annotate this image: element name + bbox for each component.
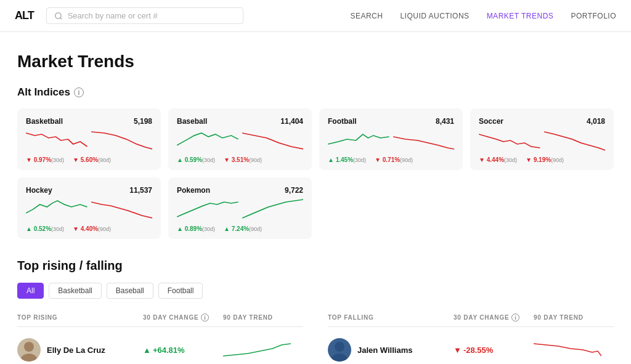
indices-grid-row2: Hockey 11,537 ▲ 0.52%(30d) ▼ 4.40%(90d) … bbox=[17, 177, 614, 239]
rising-trend-chart-1 bbox=[223, 339, 291, 361]
falling-col-label: TOP FALLING bbox=[328, 313, 454, 322]
svg-point-0 bbox=[55, 12, 60, 18]
rising-avatar-1 bbox=[17, 338, 41, 362]
header: ALT Search by name or cert # SEARCH LIQU… bbox=[0, 0, 631, 32]
stat-baseball-30d: ▲ 0.59%(30d) bbox=[177, 156, 215, 163]
filter-baseball[interactable]: Baseball bbox=[107, 283, 153, 299]
search-placeholder: Search by name or cert # bbox=[68, 11, 158, 20]
chart-football-90d bbox=[393, 127, 455, 153]
chart-basketball-30d bbox=[26, 127, 88, 153]
card-name-football: Football bbox=[328, 117, 357, 126]
chart-hockey-30d bbox=[26, 196, 88, 222]
card-value-basketball: 5,198 bbox=[134, 117, 152, 126]
alt-indices-label: Alt Indices bbox=[17, 86, 70, 99]
rising-player-info-1: Elly De La Cruz bbox=[17, 338, 143, 362]
rising-falling-grid: TOP RISING 30 DAY CHANGE i 90 DAY TREND … bbox=[17, 313, 614, 364]
search-icon bbox=[54, 12, 63, 20]
falling-player-name-1: Jalen Williams bbox=[357, 346, 412, 355]
empty-cell-2 bbox=[470, 177, 614, 239]
card-name-pokemon: Pokemon bbox=[177, 186, 210, 195]
stat-basketball-30d: ▼ 0.97%(30d) bbox=[26, 156, 64, 163]
card-name-hockey: Hockey bbox=[26, 186, 52, 195]
index-card-basketball[interactable]: Basketball 5,198 ▼ 0.97%(30d) ▼ 5.60%(90… bbox=[17, 108, 161, 170]
rising-change-val-1: ▲ +64.81% bbox=[143, 346, 223, 355]
card-value-soccer: 4,018 bbox=[587, 117, 605, 126]
filter-all[interactable]: All bbox=[17, 283, 44, 299]
filter-football[interactable]: Football bbox=[158, 283, 203, 299]
index-card-soccer[interactable]: Soccer 4,018 ▼ 4.44%(30d) ▼ 9.19%(90d) bbox=[470, 108, 614, 170]
stat-pokemon-90d: ▲ 7.24%(90d) bbox=[224, 225, 262, 232]
stat-soccer-90d: ▼ 9.19%(90d) bbox=[526, 156, 564, 163]
search-bar[interactable]: Search by name or cert # bbox=[46, 7, 243, 24]
svg-line-1 bbox=[60, 17, 62, 19]
stat-basketball-90d: ▼ 5.60%(90d) bbox=[73, 156, 111, 163]
falling-player-info-1: Jalen Williams bbox=[328, 338, 454, 362]
card-name-soccer: Soccer bbox=[479, 117, 503, 126]
card-name-basketball: Basketball bbox=[26, 117, 63, 126]
card-value-football: 8,431 bbox=[436, 117, 454, 126]
alt-indices-section-title: Alt Indices i bbox=[17, 86, 614, 99]
main-content: Market Trends Alt Indices i Basketball 5… bbox=[0, 32, 631, 364]
index-card-football[interactable]: Football 8,431 ▲ 1.45%(30d) ▼ 0.71%(90d) bbox=[319, 108, 463, 170]
alt-indices-info-icon[interactable]: i bbox=[74, 87, 84, 97]
falling-change-label: 30 DAY CHANGE i bbox=[454, 313, 534, 322]
empty-cell-1 bbox=[319, 177, 463, 239]
falling-col-header: TOP FALLING 30 DAY CHANGE i 90 DAY TREND bbox=[328, 313, 614, 327]
stat-football-30d: ▲ 1.45%(30d) bbox=[328, 156, 366, 163]
svg-point-6 bbox=[335, 342, 344, 352]
card-value-baseball: 11,404 bbox=[280, 117, 303, 126]
page-title: Market Trends bbox=[17, 52, 614, 71]
falling-trend-label: 90 DAY TREND bbox=[534, 313, 614, 322]
rising-col-label: TOP RISING bbox=[17, 313, 143, 322]
nav-market-trends[interactable]: MARKET TRENDS bbox=[487, 12, 554, 20]
chart-baseball-90d bbox=[242, 127, 304, 153]
stat-baseball-90d: ▼ 3.51%(90d) bbox=[224, 156, 262, 163]
chart-basketball-90d bbox=[91, 127, 153, 153]
rising-change-label: 30 DAY CHANGE i bbox=[143, 313, 223, 322]
card-value-pokemon: 9,722 bbox=[285, 186, 303, 195]
indices-grid-row1: Basketball 5,198 ▼ 0.97%(30d) ▼ 5.60%(90… bbox=[17, 108, 614, 170]
chart-baseball-30d bbox=[177, 127, 238, 153]
nav-search[interactable]: SEARCH bbox=[350, 12, 383, 20]
rising-col-header: TOP RISING 30 DAY CHANGE i 90 DAY TREND bbox=[17, 313, 303, 327]
index-card-pokemon[interactable]: Pokemon 9,722 ▲ 0.89%(30d) ▲ 7.24%(90d) bbox=[168, 177, 312, 239]
falling-change-val-1: ▼ -28.55% bbox=[454, 346, 534, 355]
index-card-baseball[interactable]: Baseball 11,404 ▲ 0.59%(30d) ▼ 3.51%(90d… bbox=[168, 108, 312, 170]
stat-hockey-30d: ▲ 0.52%(30d) bbox=[26, 225, 64, 232]
top-rising-falling-title: Top rising / falling bbox=[17, 259, 614, 273]
svg-point-7 bbox=[332, 354, 348, 362]
svg-point-2 bbox=[24, 342, 34, 352]
rising-player-name-1: Elly De La Cruz bbox=[47, 346, 105, 355]
chart-soccer-90d bbox=[544, 127, 606, 153]
chart-pokemon-30d bbox=[177, 196, 238, 222]
filter-tabs: All Basketball Baseball Football bbox=[17, 283, 614, 299]
index-card-hockey[interactable]: Hockey 11,537 ▲ 0.52%(30d) ▼ 4.40%(90d) bbox=[17, 177, 161, 239]
stat-hockey-90d: ▼ 4.40%(90d) bbox=[73, 225, 111, 232]
nav-portfolio[interactable]: PORTFOLIO bbox=[571, 12, 616, 20]
rising-trend-label: 90 DAY TREND bbox=[223, 313, 303, 322]
svg-point-3 bbox=[21, 354, 37, 362]
stat-pokemon-30d: ▲ 0.89%(30d) bbox=[177, 225, 215, 232]
top-rising-column: TOP RISING 30 DAY CHANGE i 90 DAY TREND … bbox=[17, 313, 303, 364]
falling-avatar-1 bbox=[328, 338, 351, 362]
chart-soccer-30d bbox=[479, 127, 540, 153]
nav-liquid-auctions[interactable]: LIQUID AUCTIONS bbox=[400, 12, 469, 20]
chart-pokemon-90d bbox=[242, 196, 304, 222]
falling-change-info-icon: i bbox=[511, 313, 519, 322]
stat-soccer-30d: ▼ 4.44%(30d) bbox=[479, 156, 517, 163]
chart-hockey-90d bbox=[91, 196, 153, 222]
chart-football-30d bbox=[328, 127, 389, 153]
card-name-baseball: Baseball bbox=[177, 117, 207, 126]
filter-basketball[interactable]: Basketball bbox=[49, 283, 101, 299]
logo: ALT bbox=[15, 9, 34, 22]
falling-trend-chart-1 bbox=[534, 339, 601, 361]
main-nav: SEARCH LIQUID AUCTIONS MARKET TRENDS POR… bbox=[350, 12, 616, 20]
rising-player-row-1: Elly De La Cruz ▲ +64.81% bbox=[17, 332, 303, 364]
stat-football-90d: ▼ 0.71%(90d) bbox=[375, 156, 413, 163]
rising-change-info-icon: i bbox=[201, 313, 209, 322]
top-falling-column: TOP FALLING 30 DAY CHANGE i 90 DAY TREND… bbox=[328, 313, 614, 364]
falling-player-row-1: Jalen Williams ▼ -28.55% bbox=[328, 332, 614, 364]
card-value-hockey: 11,537 bbox=[129, 186, 152, 195]
